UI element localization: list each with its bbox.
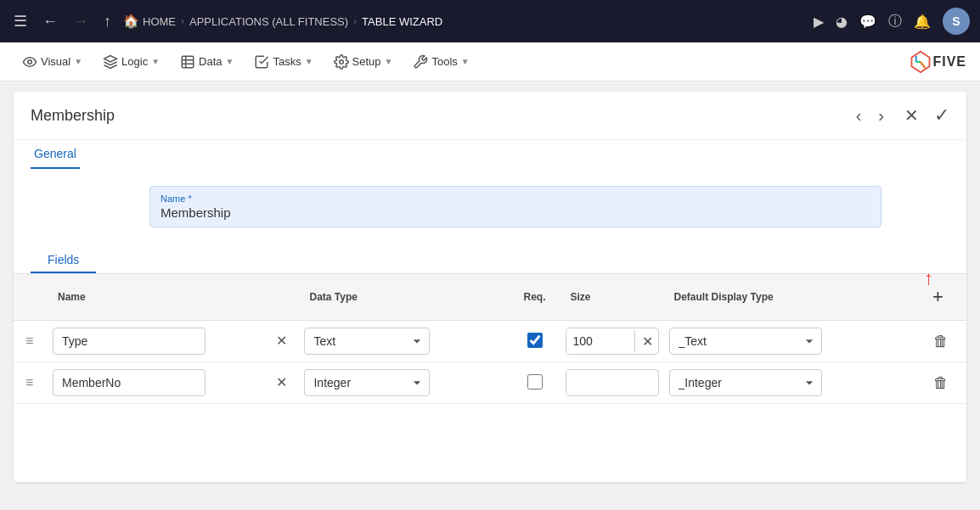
tasks-menu[interactable]: Tasks ▼ [245,49,321,75]
data-label: Data [199,55,222,68]
logic-menu[interactable]: Logic ▼ [94,49,168,75]
delete-cell: 🗑 [915,321,966,362]
table-body: ≡ ✕ Text Integer Decimal Boolean Date Da… [14,321,966,404]
bell-icon[interactable]: 🔔 [914,14,931,30]
close-button[interactable]: ✕ [903,104,921,127]
name-col-header: Name [48,274,299,321]
size-input-wrap [566,369,659,396]
tab-general[interactable]: General [31,140,80,169]
name-cell: ✕ [48,321,299,362]
toolbar-left: Visual ▼ Logic ▼ Data ▼ Tasks ▼ Setup ▼ … [14,49,478,75]
req-col-header: Req. [510,274,560,321]
drag-handle[interactable]: ≡ [19,375,40,390]
data-type-select[interactable]: Text Integer Decimal Boolean Date DateTi… [304,369,430,396]
card-header: Membership ‹ › ✕ ✓ [14,92,966,140]
req-checkbox[interactable] [527,333,543,348]
tools-chevron: ▼ [461,57,470,66]
add-arrow-container: + ↑ [926,283,950,311]
app-breadcrumb[interactable]: APPLICATIONS (ALL FITNESS) [189,15,348,28]
name-input-cell: ✕ [53,369,294,396]
drag-col-header [14,274,48,321]
clear-name-button[interactable]: ✕ [276,376,287,390]
delete-row-button[interactable]: 🗑 [930,371,952,395]
datatype-cell: Text Integer Decimal Boolean Date DateTi… [299,362,509,404]
tools-label: Tools [431,55,457,68]
name-label: Name * [161,193,870,204]
breadcrumb-sep-2: › [353,15,357,27]
logic-chevron: ▼ [151,57,160,66]
display-type-cell: _Text _Integer _Decimal _Boolean _Date [664,321,915,362]
fields-section: Fields [14,244,966,274]
play-icon[interactable]: ▶ [814,14,824,30]
field-name-input[interactable] [53,369,206,396]
visual-menu[interactable]: Visual ▼ [14,49,91,75]
card-header-actions: ‹ › ✕ ✓ [851,104,949,127]
setup-chevron: ▼ [385,57,393,66]
name-input-cell: ✕ [53,328,294,355]
size-cell: ✕ [560,321,664,362]
add-col-header: + ↑ [915,274,966,321]
display-type-select[interactable]: _Text _Integer _Decimal _Boolean _Date [669,369,822,396]
table-row: ≡ ✕ Text Integer Decimal Boolean Date Da… [14,321,966,362]
setup-label: Setup [352,55,381,68]
menu-icon[interactable]: ☰ [10,8,31,34]
fields-tab-label[interactable]: Fields [31,244,96,273]
home-breadcrumb[interactable]: 🏠 HOME [123,14,176,29]
tools-menu[interactable]: Tools ▼ [404,49,477,75]
table-header: Name Data Type Req. Size Default Display… [14,274,966,321]
up-icon[interactable]: ↑ [100,9,115,34]
visual-label: Visual [41,55,70,68]
size-col-header: Size [560,274,664,321]
breadcrumb: 🏠 HOME › APPLICATIONS (ALL FITNESS) › TA… [123,14,442,29]
data-menu[interactable]: Data ▼ [172,49,242,75]
size-input[interactable] [566,370,634,395]
back-icon[interactable]: ← [39,9,61,34]
confirm-button[interactable]: ✓ [934,104,949,126]
data-type-select[interactable]: Text Integer Decimal Boolean Date DateTi… [304,328,430,355]
name-field: Name * [149,186,881,227]
table-row: ≡ ✕ Text Integer Decimal Boolean Date Da… [14,362,966,404]
logo-text: FIVE [932,54,966,70]
tasks-label: Tasks [273,55,301,68]
display-type-select[interactable]: _Text _Integer _Decimal _Boolean _Date [669,328,822,355]
toolbar: Visual ▼ Logic ▼ Data ▼ Tasks ▼ Setup ▼ … [0,42,980,81]
drag-handle-cell: ≡ [14,321,48,362]
field-name-input[interactable] [53,328,206,355]
nav-arrows: ‹ › [851,104,889,127]
card-title: Membership [31,107,115,125]
req-cell [510,321,560,362]
top-bar-right: ▶ ◕ 💬 ⓘ 🔔 S [814,8,970,35]
tasks-chevron: ▼ [305,57,313,66]
delete-row-button[interactable]: 🗑 [930,329,952,354]
datatype-col-header: Data Type [299,274,509,321]
top-bar-left: ☰ ← → ↑ 🏠 HOME › APPLICATIONS (ALL FITNE… [10,8,807,34]
logic-label: Logic [121,55,148,68]
datatype-cell: Text Integer Decimal Boolean Date DateTi… [299,321,509,362]
name-form-group: Name * [149,186,881,227]
name-input[interactable] [161,205,870,220]
chat-icon[interactable]: 💬 [859,14,876,30]
svg-rect-1 [182,56,194,68]
svg-point-0 [28,59,32,64]
size-input[interactable] [566,328,634,354]
next-arrow-button[interactable]: › [873,104,889,127]
setup-menu[interactable]: Setup ▼ [325,49,402,75]
help-icon[interactable]: ⓘ [888,13,902,31]
prev-arrow-button[interactable]: ‹ [851,104,867,127]
svg-point-2 [339,59,343,64]
card: Membership ‹ › ✕ ✓ General Name * [14,92,966,482]
avatar[interactable]: S [943,8,970,35]
home-label[interactable]: HOME [143,15,176,28]
drag-handle[interactable]: ≡ [19,333,40,348]
wizard-breadcrumb[interactable]: TABLE WIZARD [362,15,442,28]
forward-icon[interactable]: → [70,9,92,34]
name-cell: ✕ [48,362,299,404]
clear-name-button[interactable]: ✕ [276,334,287,348]
size-input-wrap: ✕ [566,328,659,355]
add-field-button[interactable]: + [926,283,950,311]
req-checkbox[interactable] [527,374,543,390]
fields-table: Name Data Type Req. Size Default Display… [14,274,966,404]
clear-size-button[interactable]: ✕ [634,330,659,353]
record-icon[interactable]: ◕ [836,14,848,30]
tab-area: General [14,140,966,169]
